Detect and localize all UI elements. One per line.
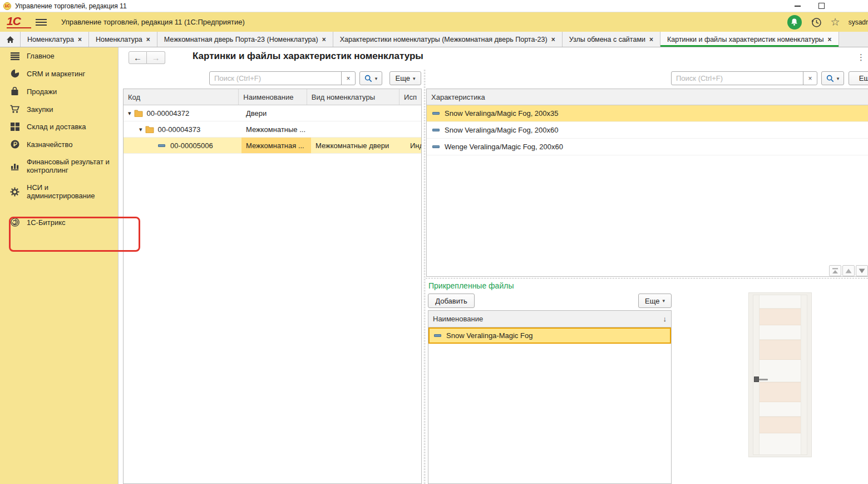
more-button[interactable]: Еще ▾ (389, 71, 421, 85)
tree-expander-icon[interactable]: ▾ (128, 110, 131, 117)
app-header-bar: 1С Управление торговлей, редакция 11 (1С… (0, 12, 868, 32)
door-leaf (753, 295, 807, 455)
ruble-circle-icon (10, 140, 19, 149)
tab-bar: Номенклатура × Номенклатура × Межкомнатн… (0, 32, 868, 47)
item-dash-icon (432, 129, 440, 131)
more-button[interactable]: Еще ▾ (638, 294, 672, 308)
home-icon (6, 36, 14, 43)
shopping-cart-icon (10, 105, 19, 114)
back-button[interactable]: ← (129, 51, 147, 64)
move-down-button[interactable] (856, 265, 868, 276)
chevron-down-icon: ▾ (662, 298, 665, 304)
notifications-button[interactable] (787, 15, 802, 30)
close-icon[interactable]: × (649, 36, 653, 43)
tab-home[interactable] (0, 32, 21, 47)
sidebar-item-financial-result[interactable]: Финансовый результат и контроллинг (0, 153, 118, 179)
sidebar-item-nsi-administration[interactable]: НСИ и администрирование (0, 179, 118, 204)
tab-characteristics[interactable]: Характеристики номенклатуры (Межкомнатна… (333, 32, 563, 47)
nomenclature-table: Код Наименование Вид номенклатуры Исп ▾ … (123, 89, 422, 484)
move-top-icon (832, 268, 839, 274)
clear-search-icon[interactable]: × (341, 72, 355, 85)
add-file-button[interactable]: Добавить (428, 294, 475, 308)
tab-pictures-files[interactable]: Картинки и файлы характеристик номенклат… (660, 32, 839, 47)
column-header-name[interactable]: Наименование (239, 89, 307, 105)
close-icon[interactable]: × (146, 36, 150, 43)
horizontal-splitter[interactable] (426, 278, 868, 280)
more-menu-kebab-icon[interactable]: ⋮ (857, 52, 865, 62)
chevron-down-icon: ▾ (837, 76, 840, 81)
sidebar-item-purchases[interactable]: Закупки (0, 100, 118, 118)
row-move-buttons (829, 265, 868, 276)
column-header-filename[interactable]: Наименование ↓ (428, 311, 671, 327)
column-header-characteristic[interactable]: Характеристика (427, 89, 868, 105)
table-row[interactable]: ▾ 00-00004373 Межкомнатные ... (124, 121, 421, 138)
tab-door-porta23[interactable]: Межкомнатная дверь Порта-23 (Номенклатур… (157, 32, 333, 47)
door-handle-lever (759, 379, 768, 380)
close-icon[interactable]: × (322, 36, 326, 43)
search-button[interactable]: ▾ (359, 71, 382, 85)
table-row[interactable]: ▾ 00-00004372 Двери (124, 105, 421, 121)
navigation-buttons: ← → (129, 51, 165, 64)
door-handle (754, 377, 759, 382)
door-glass-panel (759, 417, 801, 433)
item-dash-icon (434, 334, 441, 337)
close-icon[interactable]: × (78, 36, 82, 43)
characteristic-row-selected[interactable]: Snow Veralinga/Magic Fog, 200x35 (427, 105, 868, 122)
attached-files-table: Наименование ↓ Snow Veralinga-Magic Fog (428, 310, 672, 484)
folder-icon (134, 110, 143, 117)
history-icon[interactable] (810, 16, 822, 28)
close-icon[interactable]: × (551, 36, 555, 43)
chevron-down-icon: ▾ (413, 76, 416, 81)
move-to-top-button[interactable] (829, 265, 841, 276)
move-down-icon (859, 268, 865, 273)
clear-search-icon[interactable]: × (803, 72, 817, 85)
tab-nomenclature-2[interactable]: Номенклатура × (89, 32, 157, 47)
minimize-icon[interactable] (795, 6, 801, 7)
door-preview-image[interactable] (744, 292, 816, 457)
sort-down-icon: ↓ (663, 315, 667, 323)
forward-button[interactable]: → (147, 51, 165, 64)
menu-lines-icon (10, 52, 19, 60)
sidebar-item-main[interactable]: Главное (0, 47, 118, 65)
more-button[interactable]: Ещ (849, 71, 868, 85)
column-header-code[interactable]: Код (124, 89, 239, 105)
item-dash-icon (158, 144, 165, 147)
search-input[interactable] (672, 72, 803, 85)
vertical-splitter[interactable] (424, 70, 426, 484)
search-input[interactable] (210, 72, 341, 85)
grid-icon (10, 123, 19, 131)
sidebar-item-warehouse[interactable]: Склад и доставка (0, 118, 118, 135)
sidebar-item-sales[interactable]: Продажи (0, 82, 118, 100)
table-row-selected[interactable]: 00-00005006 Межкомнатная ... Межкомнатны… (124, 138, 421, 154)
tab-nomenclature-1[interactable]: Номенклатура × (21, 32, 89, 47)
sidebar-item-crm-marketing[interactable]: CRM и маркетинг (0, 65, 118, 82)
sidebar-item-1c-bitrix[interactable]: 1С-Битрикс (0, 213, 118, 231)
shopping-bag-icon (10, 87, 19, 96)
move-up-button[interactable] (842, 265, 855, 276)
tab-exchange-nodes[interactable]: Узлы обмена с сайтами × (563, 32, 660, 47)
sidebar-item-treasury[interactable]: Казначейство (0, 135, 118, 153)
maximize-icon[interactable] (818, 3, 825, 9)
main-menu-icon[interactable] (36, 19, 47, 26)
door-glass-panel (759, 309, 801, 325)
characteristics-table: Характеристика Snow Veralinga/Magic Fog,… (426, 89, 868, 277)
main-content: ← → Картинки и файлы характеристик номен… (118, 47, 868, 484)
attached-file-row-selected[interactable]: Snow Veralinga-Magic Fog (428, 327, 671, 344)
bar-chart-icon (10, 162, 19, 170)
characteristic-row[interactable]: Wenge Veralinga/Magic Fog, 200x60 (427, 139, 868, 155)
characteristic-row[interactable]: Snow Veralinga/Magic Fog, 200x60 (427, 122, 868, 139)
folder-icon (145, 126, 154, 133)
search-icon (826, 75, 834, 82)
favorites-star-icon[interactable]: ☆ (831, 16, 840, 28)
tree-expander-icon[interactable]: ▾ (139, 126, 142, 133)
characteristics-search-box: × (671, 71, 817, 85)
close-icon[interactable]: × (828, 36, 832, 43)
current-user-label[interactable]: sysadm (849, 18, 868, 26)
window-title: Управление торговлей, редакция 11 (15, 2, 127, 10)
search-button[interactable]: ▾ (821, 71, 844, 85)
application-window: 1С Управление торговлей, редакция 11 1С … (0, 0, 868, 484)
app-title: Управление торговлей, редакция 11 (1С:Пр… (61, 18, 245, 26)
table-header: Характеристика (427, 89, 868, 105)
column-header-use[interactable]: Исп (400, 89, 421, 105)
column-header-kind[interactable]: Вид номенклатуры (307, 89, 400, 105)
